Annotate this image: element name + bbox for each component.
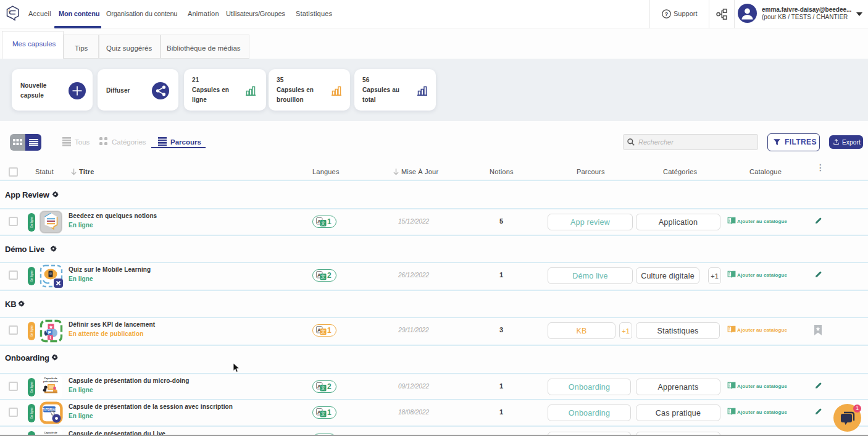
svg-text:I: I — [49, 335, 51, 340]
svg-text:?: ? — [665, 11, 669, 17]
svg-text:文: 文 — [321, 411, 326, 417]
svg-text:文: 文 — [321, 220, 326, 226]
svg-text:présentation: présentation — [43, 380, 59, 383]
svg-text:文: 文 — [321, 274, 326, 280]
svg-text:文: 文 — [321, 329, 326, 335]
svg-text:文: 文 — [321, 385, 326, 391]
svg-text:TUTORIAL: TUTORIAL — [42, 408, 56, 411]
